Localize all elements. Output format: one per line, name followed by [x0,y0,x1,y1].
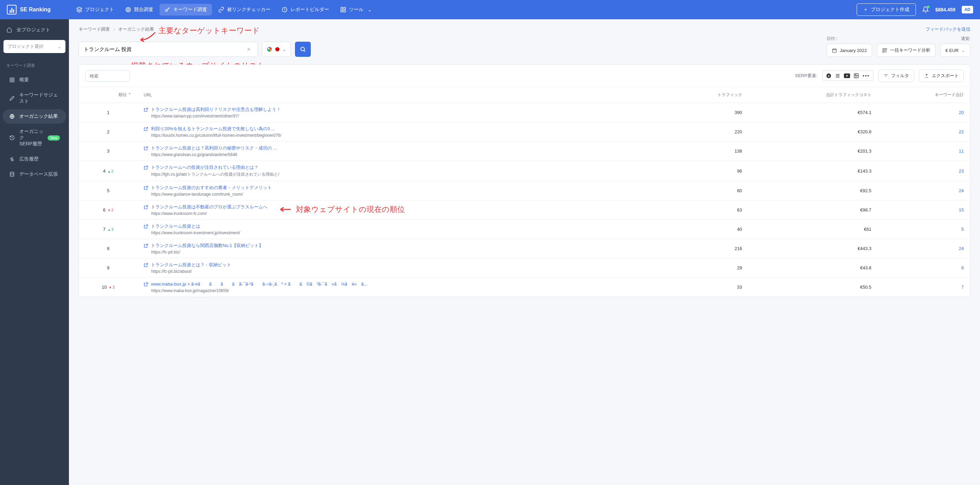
result-title[interactable]: トランクルーム投資のおすすめの業者・メリットデメリット [151,184,272,191]
filter-button[interactable]: フィルタ [878,70,914,82]
result-url[interactable]: https://www.trunkroom-investment.jp/inve… [151,231,659,235]
sidebar-item[interactable]: オーガニック結果 [3,109,66,124]
target-icon [125,6,131,13]
result-title[interactable]: トランクルーム投資とは？ - 収納ピット [151,262,231,268]
result-url[interactable]: https://www.tainavi-pp.com/investment/ot… [151,114,659,119]
keyword-count-link[interactable]: 8 [961,265,964,270]
key-icon [164,6,170,13]
feedback-link[interactable]: フィードバックを送信 [926,26,970,35]
project-select[interactable]: プロジェクト選択 ⌄ [3,40,65,53]
logo[interactable]: SE Ranking [7,5,51,14]
export-button[interactable]: エクスポート [919,70,964,82]
external-link-icon[interactable] [144,243,148,248]
table-row: 2利回り20%を狙えるトランクルーム投資で失敗しない為の3 ...https:/… [79,122,970,142]
result-url[interactable]: https://www.guidance-landusage.com/trunk… [151,192,659,197]
date-value: January 2022 [840,48,867,53]
result-title[interactable]: トランクルーム投資は高利回り？リスクや注意点も理解しよう！ [151,107,281,113]
balance[interactable]: $884.459 [935,7,955,13]
result-url[interactable]: https://fgh.co.jp/lab/トランクルームへの投資が注目されてい… [151,172,659,177]
keyword-count-link[interactable]: 22 [959,129,964,134]
result-title[interactable]: www.inaba-box.jp > ã-¤ã ã ã ã ã-¯ã-¹ã ã-… [151,281,368,287]
cell-position: 8 [79,239,137,258]
result-title[interactable]: トランクルーム投資なら関西店舗数No.1【収納ピット】 [151,243,263,249]
result-url[interactable]: https://fc-pit.biz/about/ [151,269,659,274]
external-link-icon[interactable] [144,186,148,190]
date-picker[interactable]: January 2022 [827,44,872,57]
keyword-count-link[interactable]: 23 [959,169,964,173]
bulk-analysis-button[interactable]: 一括キーワード分析 [877,44,935,57]
table-row: 5トランクルーム投資のおすすめの業者・メリットデメリットhttps://www.… [79,181,970,200]
cell-keywords: 15 [878,200,970,220]
cell-url: トランクルーム投資とは？ - 収納ピットhttps://fc-pit.biz/a… [137,258,665,278]
main-content: キーワード調査 › オーガニック結果 フィードバックを送信 × ⌄ 日付:: [69,19,980,304]
col-position[interactable]: 順位 ⌃ [79,87,137,103]
breadcrumb-separator: › [113,27,115,32]
external-link-icon[interactable] [144,205,148,210]
sidebar: 全プロジェクト プロジェクト選択 ⌄ キーワード調査 概要キーワードサジェストオ… [0,19,69,304]
result-title[interactable]: トランクルーム投資とは？高利回りの秘密やリスク・成功の ... [151,145,277,151]
keyword-count-link[interactable]: 24 [959,246,964,251]
sidebar-item[interactable]: 広告履歴 [3,152,66,166]
result-title[interactable]: 利回り20%を狙えるトランクルーム投資で失敗しない為の3 ... [151,126,275,132]
search-button[interactable] [295,42,311,57]
clear-icon[interactable]: × [247,46,250,53]
external-link-icon[interactable] [144,263,148,267]
nav-key[interactable]: キーワード調査 [159,4,212,16]
sidebar-item[interactable]: 概要 [3,73,66,87]
user-badge[interactable]: AD [962,6,973,13]
cell-cost: €201.3 [748,142,878,161]
result-title[interactable]: トランクルームへの投資が注目されている理由とは？ [151,164,258,170]
external-link-icon[interactable] [144,165,148,170]
cell-keywords: 22 [878,122,970,142]
nav-clock[interactable]: レポートビルダー [277,4,334,16]
keyword-count-link[interactable]: 24 [959,188,964,193]
notifications-icon[interactable] [922,6,929,13]
keyword-count-link[interactable]: 20 [959,110,964,115]
external-link-icon[interactable] [144,108,148,112]
keyword-input[interactable] [84,46,247,52]
keyword-count-link[interactable]: 11 [959,148,964,154]
cell-position: 3 [79,142,137,161]
result-url[interactable]: https://www.trunkroom-fc.com/ [151,211,659,216]
nav-link[interactable]: 被リンクチェッカー [213,4,275,16]
col-cost[interactable]: 合計トラフィックコスト [748,87,878,103]
keyword-count-link[interactable]: 7 [961,285,964,290]
result-title[interactable]: トランクルーム投資とは [151,223,200,229]
create-project-button[interactable]: ＋ プロジェクト作成 [857,3,916,16]
col-url[interactable]: URL [137,87,665,103]
breadcrumb-root[interactable]: キーワード調査 [79,26,110,32]
sidebar-all-projects[interactable]: 全プロジェクト [0,23,69,37]
result-url[interactable]: https://fc-pit.biz/ [151,250,659,254]
col-traffic[interactable]: トラフィック [665,87,748,103]
result-title[interactable]: トランクルーム投資は不動産のプロが選ぶプラスルームへ [151,204,267,210]
keyword-count-link[interactable]: 5 [961,227,964,232]
cell-position: 6 ▾ 2 [79,200,137,220]
nav-grid[interactable]: ツール ⌄ [335,4,377,16]
nav-target[interactable]: 競合調査 [120,4,158,16]
list-icon [835,73,840,78]
serp-features-icons[interactable]: $ ••• [822,71,873,81]
sidebar-item-label: 概要 [19,77,29,83]
table-search-input[interactable] [85,70,130,82]
nav-label: 競合調査 [134,6,153,13]
sidebar-item-label: オーガニック SERP履歴 [19,129,43,147]
table-row: 3トランクルーム投資とは？高利回りの秘密やリスク・成功の ...https://… [79,142,970,161]
keyword-count-link[interactable]: 15 [959,207,964,213]
sidebar-item[interactable]: キーワードサジェスト [3,88,66,108]
svg-rect-19 [885,48,886,49]
result-url[interactable]: https://www.inaba-box.jp/magazine/10659/ [151,288,659,293]
external-link-icon[interactable] [144,224,148,229]
result-url[interactable]: https://toushi.homes.co.jp/column/lifull… [151,133,659,138]
result-url[interactable]: https://www.grandvan.co.jp/grandvantime/… [151,152,659,157]
search-engine-locale-select[interactable]: ⌄ [262,42,291,57]
nav-layers[interactable]: プロジェクト [71,4,119,16]
sidebar-item[interactable]: オーガニック SERP履歴New [3,124,66,151]
sidebar-item[interactable]: データベース拡張 [3,167,66,181]
external-link-icon[interactable] [144,282,148,286]
currency-select[interactable]: € EUR ⌄ [940,44,970,57]
col-keywords[interactable]: キーワード合計 [878,87,970,103]
external-link-icon[interactable] [144,127,148,131]
external-link-icon[interactable] [144,146,148,151]
sidebar-item-label: 広告履歴 [19,156,38,162]
svg-point-2 [128,9,129,10]
